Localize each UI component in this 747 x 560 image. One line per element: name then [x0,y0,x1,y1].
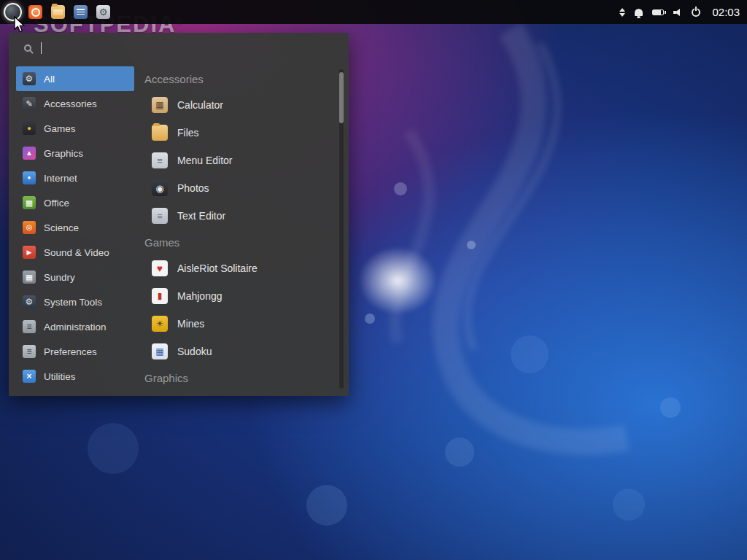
internet-category-icon: ● [23,171,36,184]
administration-category-icon: ≡ [23,320,36,333]
volume-icon[interactable] [673,8,682,16]
app-aisleriot-solitaire[interactable]: ♥ AisleRiot Solitaire [144,254,331,282]
category-internet[interactable]: ● Internet [16,166,134,190]
text-caret [41,42,42,54]
category-administration[interactable]: ≡ Administration [16,314,134,339]
category-sundry[interactable]: ▦ Sundry [16,265,134,289]
application-list: Accessories ▦ Calculator Files ≡ Menu Ed… [134,63,349,396]
search-row [9,33,349,63]
clock[interactable]: 02:03 [712,6,740,18]
section-header-graphics: Graphics [144,365,331,390]
category-system-tools[interactable]: ⚙ System Tools [16,289,134,314]
photos-icon: ◉ [152,180,168,196]
files-icon [152,125,168,141]
settings-launcher-icon[interactable]: ⚙ [96,5,110,19]
calculator-icon: ▦ [152,97,168,113]
menu-editor-icon: ≡ [152,152,168,168]
menu-scrollbar-thumb[interactable] [339,72,344,123]
menu-scrollbar[interactable] [339,69,344,389]
light-flare [343,233,452,328]
panel-status-area: 02:03 [619,6,747,18]
section-header-games: Games [144,230,331,254]
power-icon[interactable] [692,8,700,17]
sound-video-category-icon: ▶ [23,246,36,259]
app-sudoku[interactable]: ▦ Sudoku [144,338,331,365]
graphics-category-icon: ▲ [23,147,36,160]
files-launcher-icon[interactable] [51,5,65,19]
section-header-accessories: Accessories [144,66,331,91]
category-graphics[interactable]: ▲ Graphics [16,141,134,166]
all-category-icon: ⚙ [23,72,36,85]
category-sound-video[interactable]: ▶ Sound & Video [16,240,134,265]
terminal-launcher-icon[interactable] [74,5,88,19]
category-preferences[interactable]: ≡ Preferences [16,339,134,364]
top-panel: ⚙ 02:03 [0,0,747,24]
sudoku-icon: ▦ [152,343,168,359]
mouse-cursor [13,16,29,34]
preferences-category-icon: ≡ [23,345,36,358]
aisleriot-icon: ♥ [152,260,168,276]
category-office[interactable]: ▦ Office [16,190,134,215]
science-category-icon: ◎ [23,221,36,234]
app-menu-editor[interactable]: ≡ Menu Editor [144,147,331,174]
games-category-icon: ● [23,122,36,135]
category-games[interactable]: ● Games [16,116,134,141]
system-tools-category-icon: ⚙ [23,295,36,308]
category-science[interactable]: ◎ Science [16,215,134,240]
notifications-icon[interactable] [635,9,643,16]
category-accessories[interactable]: ✎ Accessories [16,91,134,116]
applications-menu: ⚙ All ✎ Accessories ● Games ▲ Graphics ●… [9,33,349,396]
office-category-icon: ▦ [23,196,36,209]
app-files[interactable]: Files [144,119,331,147]
app-mines[interactable]: ☀ Mines [144,310,331,338]
app-text-editor[interactable]: ≡ Text Editor [144,202,331,230]
utilities-category-icon: × [23,370,36,383]
mines-icon: ☀ [152,316,168,332]
accessories-category-icon: ✎ [23,97,36,110]
search-input[interactable] [44,42,349,54]
category-utilities[interactable]: × Utilities [16,364,134,389]
network-icon[interactable] [619,8,625,17]
battery-icon[interactable] [652,9,664,15]
sundry-category-icon: ▦ [23,271,36,284]
app-mahjongg[interactable]: ▮ Mahjongg [144,282,331,310]
app-calculator[interactable]: ▦ Calculator [144,91,331,119]
app-photos[interactable]: ◉ Photos [144,174,331,202]
search-icon [24,44,31,52]
category-list: ⚙ All ✎ Accessories ● Games ▲ Graphics ●… [9,63,134,396]
mahjongg-icon: ▮ [152,288,168,304]
software-launcher-icon[interactable] [28,5,42,19]
category-all[interactable]: ⚙ All [16,66,134,91]
text-editor-icon: ≡ [152,208,168,224]
